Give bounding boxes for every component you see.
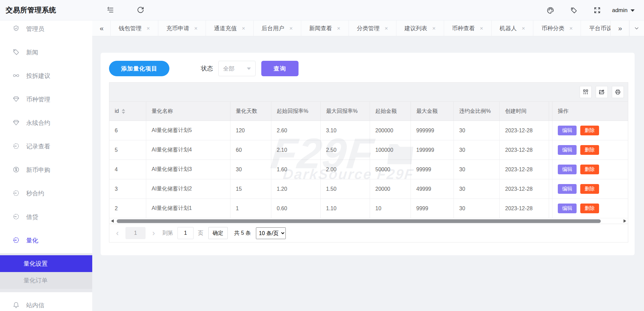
close-icon[interactable]: × bbox=[147, 26, 150, 31]
scrollbar-thumb[interactable] bbox=[117, 219, 601, 223]
sidebar-item-admin[interactable]: 管理员 bbox=[0, 21, 92, 37]
sidebar-item-news[interactable]: 新闻 bbox=[0, 44, 92, 60]
cell-id: 3 bbox=[109, 179, 146, 198]
delete-button[interactable]: 删除 bbox=[580, 184, 599, 194]
column-header-actions: 操作 bbox=[552, 102, 628, 121]
confirm-page-button[interactable]: 确定 bbox=[208, 227, 228, 239]
tab-channel-deposit[interactable]: 通道充值 × bbox=[206, 20, 254, 36]
sidebar-item-records[interactable]: 记录查看 bbox=[0, 138, 92, 154]
tab-deposit-request[interactable]: 充币申请 × bbox=[158, 20, 206, 36]
cell-spacer bbox=[549, 140, 552, 160]
column-header-created: 创建时间 bbox=[500, 102, 549, 121]
table-row: 5 AI量化储蓄计划4 60 2.10 2.50 100000 199999 3… bbox=[109, 140, 628, 160]
delete-button[interactable]: 删除 bbox=[580, 126, 599, 135]
delete-button[interactable]: 删除 bbox=[580, 204, 599, 213]
cell-start-rate: 0.60 bbox=[271, 199, 321, 218]
cell-max-amount: 99999 bbox=[411, 160, 454, 179]
tab-suggestion-list[interactable]: 建议列表 × bbox=[396, 20, 444, 36]
close-icon[interactable]: × bbox=[242, 26, 245, 31]
delete-button[interactable]: 删除 bbox=[580, 165, 599, 174]
tabs-scroll-left-icon[interactable]: « bbox=[92, 20, 111, 36]
table-toolbar bbox=[109, 83, 628, 102]
close-icon[interactable]: × bbox=[385, 26, 388, 31]
sidebar-item-suggestions[interactable]: 投拆建议 bbox=[0, 68, 92, 84]
scroll-right-arrow-icon[interactable] bbox=[624, 219, 626, 223]
sidebar-item-lending[interactable]: 借贷 bbox=[0, 209, 92, 225]
sidebar-subitem-quant-orders[interactable]: 量化订单 bbox=[0, 272, 92, 289]
sort-icon[interactable] bbox=[122, 109, 125, 114]
tab-coin-category[interactable]: 币种分类 × bbox=[533, 20, 581, 36]
close-icon[interactable]: × bbox=[194, 26, 198, 31]
edit-button[interactable]: 编辑 bbox=[558, 204, 577, 213]
tab-backend-users[interactable]: 后台用户 × bbox=[254, 20, 301, 36]
edit-button[interactable]: 编辑 bbox=[558, 165, 577, 174]
table-header-row: id 量化名称 量化天数 起始回报率% 最大回报率% 起始金额 最大金额 违约金… bbox=[109, 102, 628, 121]
status-select[interactable]: 全部 bbox=[218, 61, 256, 76]
scroll-left-arrow-icon[interactable] bbox=[111, 219, 114, 223]
page-size-select[interactable]: 10 条/页 bbox=[256, 227, 286, 239]
export-icon[interactable] bbox=[596, 86, 608, 98]
sidebar-item-label: 新币申购 bbox=[26, 166, 50, 174]
cell-max-amount: 999999 bbox=[411, 121, 454, 140]
sidebar-item-second-contract[interactable]: 秒合约 bbox=[0, 185, 92, 201]
theme-palette-icon[interactable] bbox=[544, 4, 557, 17]
close-icon[interactable]: × bbox=[569, 26, 573, 31]
print-icon[interactable] bbox=[612, 86, 624, 98]
current-page-button[interactable]: 1 bbox=[125, 227, 146, 239]
edit-button[interactable]: 编辑 bbox=[558, 126, 577, 135]
sidebar-item-label: 量化 bbox=[26, 236, 38, 245]
tab-news-view[interactable]: 新闻查看 × bbox=[301, 20, 349, 36]
cell-days: 60 bbox=[230, 140, 271, 160]
app-title: 交易所管理系统 bbox=[0, 5, 92, 15]
user-menu[interactable]: admin bbox=[612, 7, 635, 14]
filter-columns-icon[interactable] bbox=[580, 86, 592, 98]
cell-start-rate: 2.60 bbox=[271, 121, 321, 140]
cell-name: AI量化储蓄计划2 bbox=[146, 179, 230, 198]
column-header-start-amount: 起始金额 bbox=[370, 102, 411, 121]
cell-penalty: 30 bbox=[454, 121, 500, 140]
column-header-id: id bbox=[109, 102, 146, 121]
main-panel: 添加量化项目 状态 全部 查询 id 量化名称 量化天数 起始回报率% 最大回报… bbox=[101, 53, 635, 255]
tab-platform-coin-settings[interactable]: 平台币设 bbox=[581, 20, 611, 36]
table-row: 4 AI量化储蓄计划3 30 1.60 2.00 50000 99999 30 … bbox=[109, 160, 628, 179]
tabs-scroll-right-icon[interactable]: » bbox=[611, 20, 629, 36]
refresh-icon[interactable] bbox=[134, 3, 147, 17]
sidebar-subitem-quant-settings[interactable]: 量化设置 bbox=[0, 255, 92, 272]
tab-label: 新闻查看 bbox=[309, 25, 332, 32]
cell-actions: 编辑 删除 bbox=[552, 160, 628, 179]
goto-page-input[interactable] bbox=[177, 227, 194, 239]
sidebar-subitem-label: 量化订单 bbox=[23, 276, 48, 284]
prev-page-icon[interactable]: ‹ bbox=[116, 229, 119, 237]
sidebar-item-coin-management[interactable]: 币种管理 bbox=[0, 91, 92, 107]
horizontal-scrollbar[interactable] bbox=[109, 218, 628, 224]
tab-category-management[interactable]: 分类管理 × bbox=[349, 20, 396, 36]
tab-label: 钱包管理 bbox=[119, 25, 142, 32]
fullscreen-icon[interactable] bbox=[591, 4, 604, 17]
cell-spacer bbox=[549, 121, 552, 140]
sidebar-item-quantification[interactable]: 量化 bbox=[0, 232, 92, 248]
edit-button[interactable]: 编辑 bbox=[558, 145, 577, 155]
add-quantification-button[interactable]: 添加量化项目 bbox=[109, 61, 169, 76]
sidebar-item-perpetual-contract[interactable]: 永续合约 bbox=[0, 115, 92, 131]
collapse-sidebar-icon[interactable] bbox=[104, 3, 117, 17]
sidebar-item-site-message[interactable]: 站内信 bbox=[0, 297, 92, 311]
delete-button[interactable]: 删除 bbox=[580, 145, 599, 155]
close-icon[interactable]: × bbox=[432, 26, 436, 31]
next-page-icon[interactable]: › bbox=[152, 229, 155, 237]
close-icon[interactable]: × bbox=[289, 26, 293, 31]
close-icon[interactable]: × bbox=[337, 26, 340, 31]
edit-button[interactable]: 编辑 bbox=[558, 184, 577, 194]
tab-coin-view[interactable]: 币种查看 × bbox=[444, 20, 492, 36]
search-button[interactable]: 查询 bbox=[261, 61, 299, 76]
cell-max-amount: 199999 bbox=[411, 140, 454, 160]
cell-max-rate: 2.50 bbox=[321, 140, 370, 160]
close-icon[interactable]: × bbox=[480, 26, 483, 31]
tab-robot[interactable]: 机器人 × bbox=[492, 20, 534, 36]
user-name: admin bbox=[612, 7, 628, 14]
sidebar-item-label: 秒合约 bbox=[26, 189, 44, 197]
close-icon[interactable]: × bbox=[522, 26, 525, 31]
tabs-dropdown-icon[interactable] bbox=[629, 20, 644, 36]
sidebar-item-new-coin-subscription[interactable]: 新币申购 bbox=[0, 162, 92, 178]
tag-icon[interactable] bbox=[567, 4, 581, 17]
tab-wallet-management[interactable]: 钱包管理 × bbox=[111, 20, 158, 36]
